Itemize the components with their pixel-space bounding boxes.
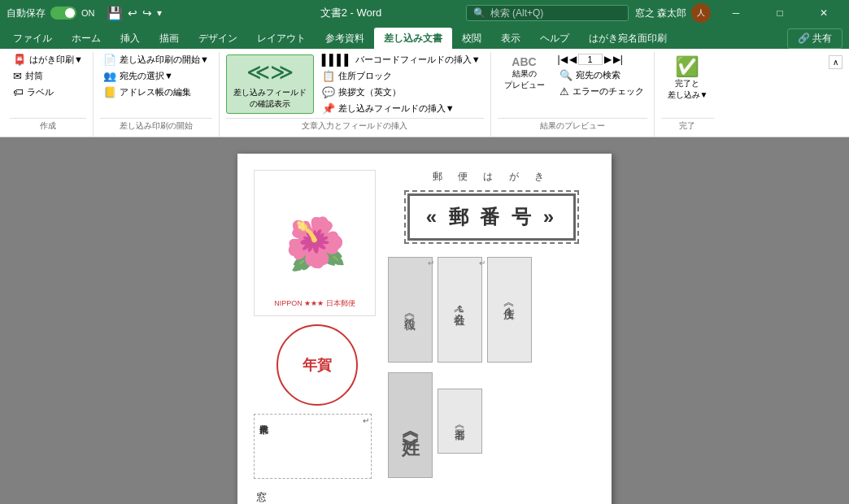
tab-draw[interactable]: 描画 xyxy=(150,28,189,49)
fields-label: 文章入力とフィールドの挿入 xyxy=(226,118,484,133)
kaisha-field[interactable]: 《会社名↵ xyxy=(438,257,482,363)
address-block-icon: 📋 xyxy=(322,70,335,82)
postcard-right: 郵 便 は が き « 郵 番 号 » 《役職》 xyxy=(388,170,595,504)
edit-address-button[interactable]: 📒 アドレス帳の編集 xyxy=(100,85,212,100)
redo-icon[interactable]: ↪ xyxy=(142,7,152,20)
undo-icon[interactable]: ↩ xyxy=(128,7,137,20)
search-box[interactable]: 🔍 xyxy=(466,5,629,21)
highlight-field-button[interactable]: ≪≫ 差し込みフィールドの確認表示 xyxy=(226,54,314,114)
recipient-icon: 👥 xyxy=(103,70,116,82)
nav-last[interactable]: ▶| xyxy=(613,54,623,65)
ribbon-content: 📮 はがき印刷▼ ✉ 封筒 🏷 ラベル 作成 xyxy=(0,49,849,137)
error-icon: ⚠ xyxy=(559,85,569,98)
insert-field-button[interactable]: 📌 差し込みフィールドの挿入▼ xyxy=(319,101,484,116)
postcard-left: 🌺 NIPPON ★★★ 日本郵便 年賀 ↵ 東京都千代田 xyxy=(254,170,380,504)
share-area: 🔗 共有 xyxy=(787,28,842,49)
customize-icon[interactable]: ▾ xyxy=(157,7,162,19)
greeting-button[interactable]: 💬 挨拶文（英文） xyxy=(319,85,484,100)
document-area: 🌺 NIPPON ★★★ 日本郵便 年賀 ↵ 東京都千代田 xyxy=(0,137,849,504)
addressbook-icon: 📒 xyxy=(103,86,116,98)
autosave-toggle[interactable] xyxy=(50,7,76,20)
preview-label: 結果のプレビュー xyxy=(498,118,647,133)
sakusei-items: 📮 はがき印刷▼ ✉ 封筒 🏷 ラベル xyxy=(10,52,86,116)
tab-review[interactable]: 校閲 xyxy=(452,28,491,49)
insert-icon: 📌 xyxy=(322,102,335,115)
minimize-button[interactable]: ─ xyxy=(717,0,755,26)
ribbon: ファイル ホーム 挿入 描画 デザイン レイアウト 参考資料 差し込み文書 校閲… xyxy=(0,26,849,137)
kaisha-container: ↵ 《会社名↵ xyxy=(438,257,482,363)
finish-icon: ✅ xyxy=(675,55,699,78)
field-insert-col: ▌▌▌▌ バーコードフィールドの挿入▼ 📋 住所ブロック 💬 挨拶文（英文） 📌… xyxy=(319,52,484,116)
yubin-label: 郵 便 は が き xyxy=(388,170,595,184)
ribbon-tabs: ファイル ホーム 挿入 描画 デザイン レイアウト 参考資料 差し込み文書 校閲… xyxy=(0,26,849,49)
address-block-button[interactable]: 📋 住所ブロック xyxy=(319,68,484,84)
jusho-field[interactable]: 《住所１↵ xyxy=(487,257,532,363)
ribbon-group-preview: ABC 結果のプレビュー |◀ ◀ ▶ ▶| 🔍 宛先の検索 xyxy=(491,52,655,137)
tab-design[interactable]: デザイン xyxy=(189,28,247,49)
tab-mailings[interactable]: 差し込み文書 xyxy=(374,28,452,49)
tab-home[interactable]: ホーム xyxy=(62,28,111,49)
name-text: 窓 xyxy=(254,482,268,504)
start-merge-button[interactable]: 📄 差し込み印刷の開始▼ xyxy=(100,52,212,67)
preview-items: ABC 結果のプレビュー |◀ ◀ ▶ ▶| 🔍 宛先の検索 xyxy=(498,52,647,116)
ribbon-group-fields: ≪≫ 差し込みフィールドの確認表示 ▌▌▌▌ バーコードフィールドの挿入▼ 📋 … xyxy=(220,52,491,137)
user-area: 窓之 森太郎 人 xyxy=(635,3,711,23)
tab-file[interactable]: ファイル xyxy=(3,28,62,49)
tab-references[interactable]: 参考資料 xyxy=(316,28,374,49)
finish-items: ✅ 完了と差し込み▼ xyxy=(661,52,715,116)
check-error-button[interactable]: ⚠ エラーのチェック xyxy=(556,84,647,99)
start-label: 差し込み印刷の開始 xyxy=(100,118,212,133)
search-input[interactable] xyxy=(490,7,620,19)
ribbon-collapse-button[interactable]: ∧ xyxy=(829,55,842,69)
fields-row-1: 《役職》 ↵ 《会社名↵ ↵ 《住所１↵ xyxy=(388,257,595,363)
futo-button[interactable]: ✉ 封筒 xyxy=(10,68,86,84)
nav-next[interactable]: ▶ xyxy=(604,54,612,65)
zip-code-field[interactable]: « 郵 番 号 » xyxy=(407,193,576,241)
envelope-icon: ✉ xyxy=(13,70,22,82)
fields-items: ≪≫ 差し込みフィールドの確認表示 ▌▌▌▌ バーコードフィールドの挿入▼ 📋 … xyxy=(226,52,484,116)
year-greeting: 年賀 xyxy=(276,324,358,406)
merge-start-icon: 📄 xyxy=(103,54,116,66)
preview-result-button[interactable]: ABC 結果のプレビュー xyxy=(498,52,551,94)
tab-help[interactable]: ヘルプ xyxy=(530,28,579,49)
ribbon-group-finish: ✅ 完了と差し込み▼ 完了 xyxy=(655,52,721,137)
nav-first[interactable]: |◀ xyxy=(558,54,568,65)
address-box: ↵ 東京都千代田 xyxy=(254,414,372,479)
arrow-left-icon: ↵ xyxy=(428,259,434,267)
fields-row-2: 《姓》 《部署名 xyxy=(388,372,595,478)
postcard-layout: 🌺 NIPPON ★★★ 日本郵便 年賀 ↵ 東京都千代田 xyxy=(254,170,595,504)
myoji-field[interactable]: 《姓》 xyxy=(388,372,433,478)
close-button[interactable]: ✕ xyxy=(805,0,842,26)
save-icon[interactable]: 💾 xyxy=(107,6,123,21)
nav-prev[interactable]: ◀ xyxy=(569,54,577,65)
busho-field[interactable]: 《部署名 xyxy=(438,389,482,454)
zip-field-container: « 郵 番 号 » xyxy=(388,193,595,241)
tab-insert[interactable]: 挿入 xyxy=(111,28,150,49)
username: 窓之 森太郎 xyxy=(635,7,686,20)
page-number-input[interactable] xyxy=(578,54,603,65)
label-button[interactable]: 🏷 ラベル xyxy=(10,85,86,100)
hagaki-print-button[interactable]: 📮 はがき印刷▼ xyxy=(10,52,86,67)
yakushoku-field[interactable]: 《役職》 xyxy=(388,257,433,363)
document: 🌺 NIPPON ★★★ 日本郵便 年賀 ↵ 東京都千代田 xyxy=(237,154,612,504)
title-bar-left: 自動保存 ON 💾 ↩ ↪ ▾ xyxy=(7,6,236,21)
user-avatar[interactable]: 人 xyxy=(691,3,711,23)
select-recipient-button[interactable]: 👥 宛先の選択▼ xyxy=(100,68,212,84)
nippon-label: NIPPON ★★★ 日本郵便 xyxy=(255,298,375,309)
hagaki-icon: 📮 xyxy=(13,54,26,66)
maximize-button[interactable]: □ xyxy=(761,0,799,26)
label-icon: 🏷 xyxy=(13,86,24,98)
finish-merge-button[interactable]: ✅ 完了と差し込み▼ xyxy=(661,52,715,104)
tab-view[interactable]: 表示 xyxy=(491,28,530,49)
stamp-image: 🌺 NIPPON ★★★ 日本郵便 xyxy=(254,170,376,316)
barcode-button[interactable]: ▌▌▌▌ バーコードフィールドの挿入▼ xyxy=(319,52,484,67)
tab-layout[interactable]: レイアウト xyxy=(247,28,316,49)
share-button[interactable]: 🔗 共有 xyxy=(787,28,842,49)
jusho-container: ↵ 《住所１↵ xyxy=(487,257,532,363)
find-recipient-button[interactable]: 🔍 宛先の検索 xyxy=(556,67,647,83)
nav-controls: |◀ ◀ ▶ ▶| xyxy=(556,52,647,67)
autosave-state: ON xyxy=(81,8,95,18)
arrow-left2-icon: ↵ xyxy=(479,259,485,267)
tab-hagaki[interactable]: はがき宛名面印刷 xyxy=(579,28,677,49)
search-icon: 🔍 xyxy=(473,7,485,19)
